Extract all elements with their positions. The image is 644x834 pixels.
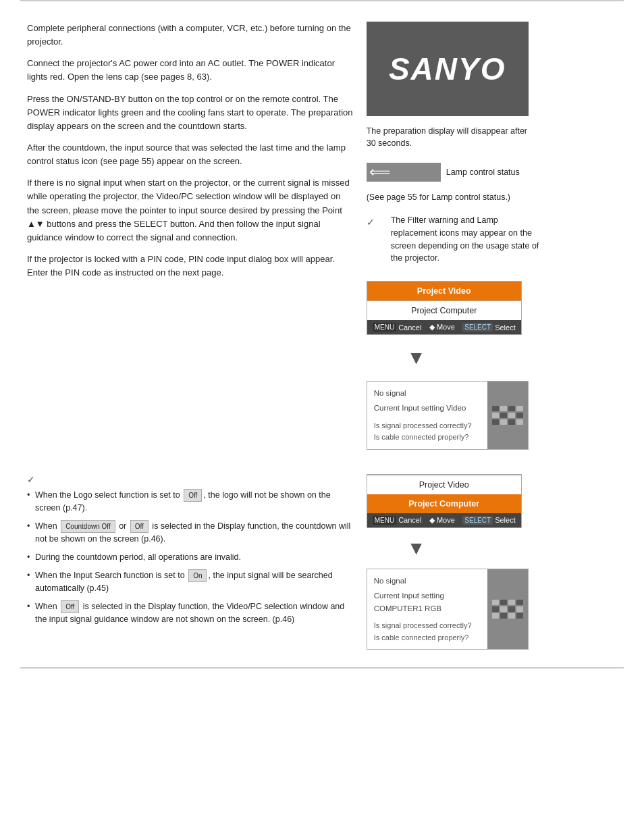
select-label-2: Select [495, 516, 516, 524]
move-label-2: ◆ Move [429, 516, 455, 525]
cable-connected-1: Is cable connected properly? [374, 432, 481, 444]
widget-footer-2: MENU Cancel ◆ Move SELECT Select [367, 513, 521, 527]
down-arrow-2: ▼ [407, 538, 426, 559]
bullet-5: When Off is selected in the Display func… [27, 600, 353, 626]
filter-warning-text: The Filter warning and Lamp replacement … [380, 214, 542, 265]
move-label-1: ◆ Move [429, 323, 455, 332]
para-3: Press the ON/STAND-BY button on the top … [27, 93, 353, 133]
signal-processed-1: Is signal processed correctly? [374, 420, 481, 432]
on-box: On [188, 569, 207, 582]
project-computer-row-2: Project Computer [367, 494, 521, 513]
bullet-list: When the Logo select function is set to … [27, 489, 353, 626]
select-icon-1: SELECT [462, 323, 493, 332]
lamp-label-text: Lamp control status [446, 167, 520, 177]
bottom-rule [20, 667, 624, 669]
lamp-note: (See page 55 for Lamp control status.) [367, 192, 510, 202]
select-icon-2: SELECT [462, 516, 493, 525]
bullet-4: When the Input Search function is set to… [27, 569, 353, 595]
project-video-row-1: Project Video [367, 282, 521, 301]
para-1: Complete peripheral connections (with a … [27, 22, 353, 49]
bottom-left: ✓ When the Logo select function is set t… [27, 474, 353, 654]
cancel-label-2: Cancel [398, 516, 421, 524]
para-5: If there is no signal input when start o… [27, 176, 353, 244]
project-video-row-2: Project Video [367, 475, 521, 494]
signal-thumbnail-2 [487, 569, 528, 649]
no-signal-1: No signal [374, 387, 481, 399]
footer-move-1: ◆ Move [429, 323, 455, 332]
bullet-2: When Countdown Off or Off is selected in… [27, 520, 353, 546]
sanyo-logo-box: SANYO [367, 22, 529, 116]
checkmark-icon-1: ✓ [367, 217, 375, 228]
lamp-arrow-icon: ⟸ [369, 163, 391, 181]
menu-icon-1: MENU [373, 323, 396, 332]
signal-box-1: No signal Current Input setting Video Is… [367, 381, 529, 450]
preparation-caption: The preparation display will disappear a… [367, 126, 529, 149]
lamp-indicator: ⟸ [367, 163, 441, 182]
menu-icon-2: MENU [373, 516, 396, 525]
countdown-off-box: Countdown Off [61, 520, 115, 533]
down-arrow-1: ▼ [407, 347, 426, 369]
current-input-1: Current Input setting Video [374, 402, 481, 414]
logo-off-box: Off [184, 489, 202, 502]
footer-select-1: SELECT Select [462, 323, 515, 332]
left-column: Complete peripheral connections (with a … [27, 22, 353, 454]
footer-select-2: SELECT Select [462, 516, 515, 525]
current-input-2: Current Input setting COMPUTER1 RGB [374, 590, 481, 615]
project-computer-row-1: Project Computer [367, 301, 521, 320]
off-display-box: Off [61, 600, 79, 613]
checkmark-icon-2: ✓ [27, 474, 35, 485]
bullet-3: During the countdown period, all operati… [27, 551, 353, 564]
project-widget-2: Project Video Project Computer MENU Canc… [367, 474, 522, 528]
bullet-1: When the Logo select function is set to … [27, 489, 353, 515]
cancel-label-1: Cancel [398, 323, 421, 332]
lamp-control-row: ⟸ Lamp control status [367, 163, 520, 182]
select-label-1: Select [495, 323, 516, 332]
signal-info-1: No signal Current Input setting Video Is… [367, 382, 487, 449]
para-6: If the projector is locked with a PIN co… [27, 253, 353, 280]
footer-cancel-2: MENU Cancel [373, 516, 422, 525]
no-signal-2: No signal [374, 575, 481, 587]
signal-thumbnail-1 [487, 382, 528, 449]
bottom-section: ✓ When the Logo select function is set t… [0, 474, 644, 667]
signal-info-2: No signal Current Input setting COMPUTER… [367, 569, 487, 649]
off-box: Off [130, 520, 149, 533]
bottom-right: Project Video Project Computer MENU Canc… [367, 474, 617, 654]
right-column: SANYO The preparation display will disap… [367, 22, 617, 454]
signal-box-2: No signal Current Input setting COMPUTER… [367, 569, 529, 650]
para-4: After the countdown, the input source th… [27, 141, 353, 168]
sanyo-logo: SANYO [389, 51, 506, 87]
cable-connected-2: Is cable connected properly? [374, 632, 481, 644]
para-2: Connect the projector's AC power cord in… [27, 57, 353, 84]
signal-processed-2: Is signal processed correctly? [374, 620, 481, 632]
footer-cancel-1: MENU Cancel [373, 323, 422, 332]
project-widget-1: Project Video Project Computer MENU Canc… [367, 281, 522, 335]
footer-move-2: ◆ Move [429, 516, 455, 525]
widget-footer-1: MENU Cancel ◆ Move SELECT Select [367, 320, 521, 334]
